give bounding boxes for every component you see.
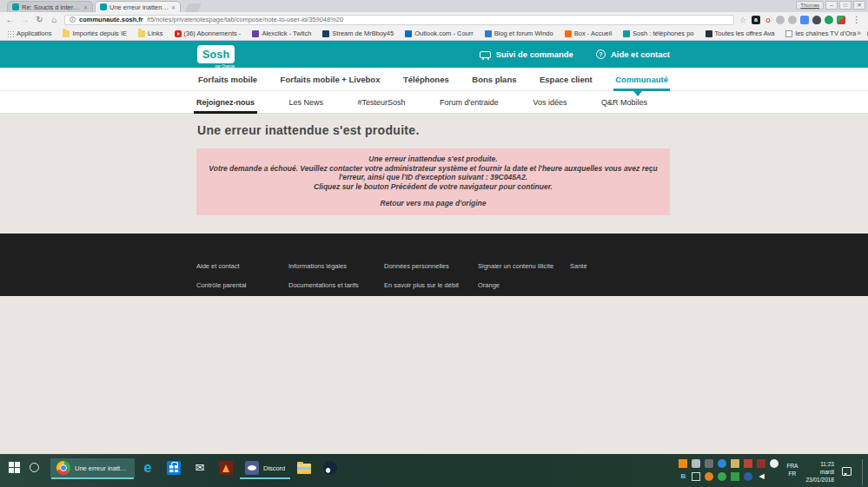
footer-link[interactable]: Aide et contact (196, 262, 288, 270)
bookmark-item[interactable]: Box - Accueil (565, 30, 612, 37)
show-desktop-button[interactable] (862, 459, 865, 485)
orange-pie-tray-icon[interactable] (705, 472, 713, 481)
mail-task[interactable]: ✉ (187, 458, 213, 477)
header-link[interactable]: Suivi de commande (480, 49, 573, 59)
footer-link[interactable]: En savoir plus sur le débit (384, 281, 478, 289)
sub-nav-item[interactable]: Rejoignez-nous (196, 91, 255, 113)
home-icon[interactable]: ⌂ (50, 15, 59, 24)
bookmark-item[interactable]: (36) Abonnements - (175, 30, 242, 37)
footer-link[interactable]: Informations légales (288, 262, 384, 270)
orange-tray-icon[interactable] (679, 459, 687, 468)
action-center-icon[interactable] (842, 467, 851, 476)
adblock-extension-icon[interactable] (837, 16, 845, 24)
reload-icon[interactable]: ↻ (35, 15, 44, 24)
bookmark-item[interactable]: Outlook.com - Courr (405, 30, 474, 37)
sub-nav-item[interactable]: Q&R Mobiles (601, 91, 647, 113)
bookmark-star-icon[interactable]: ☆ (739, 16, 746, 24)
language-indicator[interactable]: FRA FR (786, 463, 798, 477)
footer-link[interactable]: Contrôle parental (196, 281, 288, 289)
footer-link[interactable]: Orange (478, 281, 570, 289)
cortana-icon[interactable] (30, 463, 39, 472)
taskbar-clock[interactable]: 11:23 mardi 23/01/2018 (805, 460, 834, 484)
new-tab-button[interactable] (185, 3, 202, 12)
sub-nav-item[interactable]: #TesteurSosh (358, 91, 406, 113)
grey-extension-icon[interactable] (776, 16, 785, 24)
chrome-task[interactable]: Une erreur inattend... (50, 458, 135, 477)
address-bar[interactable]: i communaute.sosh.fr/t5/notes/privatenot… (64, 15, 734, 25)
start-button-icon[interactable] (9, 462, 20, 473)
explorer-task[interactable] (291, 458, 317, 477)
main-nav-item[interactable]: Forfaits mobile (196, 68, 259, 90)
tab-strip: Re: Soucis d internet mo ✕ Une erreur in… (0, 0, 868, 12)
header-link[interactable]: ? Aide et contact (596, 49, 670, 59)
footer-link[interactable]: Données personnelles (384, 262, 478, 270)
bookmark-label: les chaînes TV d'Ora (795, 30, 856, 37)
bookmark-item[interactable]: Blog et forum Windo (485, 30, 553, 37)
bookmark-item[interactable]: Importés depuis IE (63, 30, 127, 37)
amazon-extension-icon[interactable]: a (752, 16, 760, 24)
return-home-link[interactable]: Retour vers ma page d'origine (381, 199, 487, 208)
main-nav-item[interactable]: Téléphones (401, 68, 451, 90)
bluetooth-icon[interactable]: B (679, 472, 687, 481)
tab-close-icon[interactable]: ✕ (171, 4, 176, 10)
speaker-icon[interactable]: ◀ (757, 472, 765, 481)
translate-extension-icon[interactable] (800, 16, 809, 24)
display-tray-icon[interactable] (692, 472, 700, 481)
camera-tray-icon[interactable] (692, 459, 700, 468)
bookmark-item[interactable]: Stream de MrBboy45 (322, 30, 394, 37)
green-card-tray-icon[interactable] (731, 472, 739, 481)
main-nav-item[interactable]: Communauté (613, 68, 670, 90)
sub-nav-item[interactable]: Forum d'entraide (440, 91, 499, 113)
steam-task[interactable] (317, 458, 343, 477)
tab-close-icon[interactable]: ✕ (83, 4, 88, 10)
grey-tray-icon[interactable] (705, 459, 713, 468)
blue-ball-tray-icon[interactable] (744, 472, 752, 481)
tab-erreur-inattendue[interactable]: Une erreur inattendue s ✕ (95, 1, 181, 12)
discord-task[interactable]: Discord (239, 458, 291, 477)
error-line-2: Votre demande a échoué. Veuillez contact… (209, 164, 658, 182)
sub-nav-item[interactable]: Les News (289, 91, 324, 113)
grey-extension-icon[interactable] (788, 16, 797, 24)
bookmark-item[interactable]: Toutes les offres Ava (706, 30, 775, 37)
red-extension-icon[interactable]: O (764, 16, 772, 24)
header-link-label: Aide et contact (611, 49, 670, 59)
store-task[interactable] (161, 458, 187, 477)
bookmark-item[interactable]: Links (138, 30, 163, 37)
page-info-icon[interactable]: i (70, 16, 76, 23)
forward-icon[interactable]: → (20, 15, 30, 24)
bookmarks-overflow-icon[interactable]: » (857, 29, 861, 37)
main-nav-item[interactable]: Bons plans (470, 68, 518, 90)
red-tray-icon[interactable] (757, 459, 765, 468)
bookmark-item[interactable]: les chaînes TV d'Ora (785, 30, 856, 37)
close-button[interactable]: ✕ (853, 1, 865, 10)
red-grid-tray-icon[interactable] (744, 459, 752, 468)
blue-cloud-tray-icon[interactable] (718, 459, 726, 468)
yellow-tray-icon[interactable] (731, 459, 739, 468)
minimize-button[interactable]: – (825, 1, 838, 10)
task-icon: e (141, 461, 155, 475)
main-nav-item[interactable]: Espace client (538, 68, 594, 90)
chrome-menu-icon[interactable]: ⋮ (851, 15, 863, 24)
edge-task[interactable]: e (135, 458, 161, 477)
red-app-task[interactable] (213, 458, 239, 477)
restore-button[interactable]: □ (839, 1, 851, 10)
green-pinwheel-tray-icon[interactable] (718, 472, 726, 481)
white-cloud-tray-icon[interactable] (770, 459, 779, 468)
footer-link[interactable]: Documentations et tarifs (288, 281, 384, 289)
ghost-extension-icon[interactable] (812, 16, 821, 24)
tab-soucis-internet[interactable]: Re: Soucis d internet mo ✕ (7, 1, 93, 12)
task-label: Une erreur inattend... (75, 464, 129, 472)
profile-chip[interactable]: Thomas (796, 1, 824, 10)
bookmark-label: Importés depuis IE (72, 30, 127, 37)
bookmark-item[interactable]: Applications (7, 30, 51, 37)
back-icon[interactable]: ← (5, 15, 15, 24)
sub-nav-item[interactable]: Vos idées (533, 91, 567, 113)
sosh-favicon (100, 3, 107, 10)
bookmark-label: Links (148, 30, 163, 37)
footer-link[interactable]: Santé (570, 262, 670, 270)
green-extension-icon[interactable] (825, 16, 833, 24)
main-nav-item[interactable]: Forfaits mobile + Livebox (279, 68, 382, 90)
bookmark-item[interactable]: Alexclick - Twitch (252, 30, 311, 37)
bookmark-item[interactable]: Sosh : téléphones po (623, 30, 693, 37)
footer-link[interactable]: Signaler un contenu illicite (478, 262, 570, 270)
